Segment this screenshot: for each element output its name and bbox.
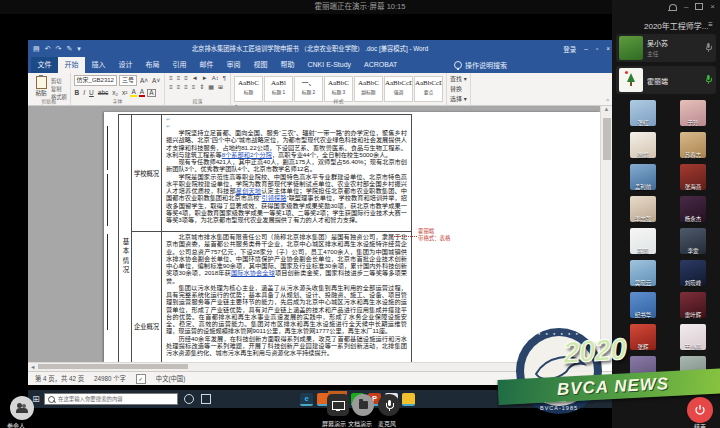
document-page[interactable]: 基本情况 学校概况 ↵ ↵ 学院坚持立足首都、面向全国、服务“三农”、辐射“一带… [104,112,600,362]
participant-tile[interactable]: 张海燕 [668,164,718,196]
shrink-font-button[interactable]: A˅ [151,77,161,84]
participant-tile[interactable]: 吴晓云 [618,260,668,292]
editing-button[interactable]: 替换 [450,84,467,93]
close-button[interactable]: × [606,45,610,52]
menu-icon[interactable]: ≡ [708,20,713,29]
font-format-button[interactable]: x₂ [111,89,119,96]
paragraph-button[interactable]: ≡ [176,75,182,81]
scrollbar-thumb[interactable] [38,364,188,369]
mic-active-icon[interactable] [705,75,711,84]
paragraph-button[interactable]: ≡ [191,84,197,90]
minimize-button[interactable]: – [584,45,588,52]
participant-tile[interactable]: 程周 [618,228,668,260]
participant-tile[interactable]: 徐娟 [618,132,668,164]
scrollbar-thumb[interactable] [603,118,611,160]
qat-dropdown-icon[interactable]: ▾ [77,45,81,53]
document-canvas[interactable]: 基本情况 学校概况 ↵ ↵ 学院坚持立足首都、面向全国、服务“三农”、辐射“一带… [28,106,600,362]
participant-tile[interactable]: 雷叶辉 [668,292,718,324]
participants-button[interactable] [10,396,34,420]
participant-tile[interactable]: 纪书华 [618,292,668,324]
screen-share-button[interactable] [327,394,349,416]
ribbon-tab[interactable]: 邮件 [193,57,220,73]
redo-icon[interactable]: ↷ [56,45,62,53]
participant-tile[interactable]: 李雯 [668,228,718,260]
paragraph-button[interactable]: ≡ [183,84,189,90]
paragraph-button[interactable]: ◄ [191,75,199,81]
paragraph-button[interactable]: ¶ [222,75,227,81]
ribbon-tab[interactable]: 布局 [139,57,166,73]
taskbar-app-icon[interactable] [402,393,415,406]
font-format-button[interactable]: U [88,89,95,96]
section-text[interactable]: 北京城市排水集团有限责任公司（简称北京排水集团）是国有独资公司，隶属于北京市国资… [162,232,411,362]
paragraph-button[interactable]: ► [201,75,209,81]
font-format-button[interactable]: A [139,88,145,97]
ribbon-tab[interactable]: 文件 [31,57,58,73]
close-panel-icon[interactable]: × [710,2,715,11]
participant-tile[interactable]: 王小燕 [668,324,718,356]
font-format-button[interactable]: B [74,89,81,96]
word-titlebar[interactable]: ▤ ↶ ↷ ✎ ▾ 北京排水集团排水工匠培训学院申报书 （北京农业职业学院） .… [28,40,612,57]
section-text[interactable]: ↵ ↵ 学院坚持立足首都、面向全国、服务“三农”、辐射“一带一路”的办学定位，聚… [162,115,411,231]
save-icon[interactable]: ▤ [33,45,40,53]
paragraph-button[interactable]: ▦ [207,83,215,90]
participant-tile[interactable]: 李志强 [618,196,668,228]
font-name-select[interactable]: 仿宋_GB2312 [74,75,117,86]
participant-tile[interactable]: 张红 [618,100,668,132]
font-format-button[interactable]: A [130,88,136,97]
tell-me-search[interactable]: 操作说明搜索 [454,57,507,73]
font-format-button[interactable]: I [82,89,86,96]
ribbon-tab[interactable]: 开始 [58,57,85,73]
participant-tile[interactable]: 吴小苏 主任 [616,34,716,62]
bell-icon[interactable] [669,4,677,11]
ribbon-tab[interactable]: 设计 [112,57,139,73]
participant-tile[interactable]: 孟利前 [618,164,668,196]
ribbon-tab[interactable]: 插入 [85,57,112,73]
font-size-select[interactable]: 三号 [119,75,137,86]
cortana-icon[interactable] [183,393,195,405]
paragraph-button[interactable]: ≡ [183,75,189,81]
clipboard-mini-button[interactable]: 复制 [51,85,67,92]
font-format-button[interactable]: A [147,89,155,97]
signin-button[interactable]: 登录 [563,44,576,54]
clipboard-mini-button[interactable]: 剪切 [51,77,67,84]
editing-button[interactable]: 选择 ▾ [450,94,467,103]
paragraph-button[interactable]: ≡ [168,84,174,90]
font-format-button[interactable]: x² [121,89,128,96]
paragraph-button[interactable]: ≡ [176,84,182,90]
ribbon-tab[interactable]: 引用 [166,57,193,73]
participant-tile[interactable]: 于玲 [668,100,718,132]
collapse-ribbon-icon[interactable]: ^ [606,98,609,104]
task-view-icon[interactable] [200,393,212,405]
language-indicator[interactable]: 中文(中国) [156,374,185,383]
ribbon-tab[interactable]: 视图 [247,57,274,73]
proofing-icon[interactable]: ✓ [136,374,146,384]
paragraph-button[interactable]: ⇕ [198,83,205,90]
participant-tile[interactable]: 杨永杰 [668,196,718,228]
page-indicator[interactable]: 第 4 页，共 42 页 [35,374,84,383]
vertical-scrollbar[interactable]: ▲ [600,106,612,362]
ribbon-tab[interactable]: 审阅 [220,57,247,73]
taskbar-search[interactable]: 在这里输入你要搜索的内容 [44,393,178,405]
maximize-button[interactable]: ▫ [596,45,598,52]
end-meeting-button[interactable] [687,397,713,423]
ribbon-tab[interactable]: 帮助 [274,57,301,73]
paragraph-button[interactable]: ≡ [168,75,174,81]
revision-balloon[interactable]: 霍丽端 带格式：表格 [418,228,450,241]
participant-tile-presenter[interactable]: 霍丽端 [616,66,716,94]
doc-share-button[interactable] [352,394,374,416]
undo-icon[interactable]: ↶ [45,45,51,53]
editing-button[interactable]: 查找 ▾ [450,74,467,83]
grow-font-button[interactable]: A˄ [139,77,149,84]
font-format-button[interactable]: abc [97,89,109,96]
participant-tile[interactable]: 苏春志 [668,132,718,164]
popout-icon[interactable] [695,3,703,10]
microphone-button[interactable] [378,394,400,416]
taskbar-app-icon[interactable]: e [300,393,313,406]
pen-icon[interactable]: ✎ [66,45,72,53]
minimize-panel-icon[interactable]: – [684,2,688,11]
paste-button[interactable]: 粘贴 [31,75,51,98]
paragraph-button[interactable]: A↕ [211,75,220,81]
ribbon-tab[interactable]: CNKI E-Study [301,57,358,73]
word-count[interactable]: 24980 个字 [94,374,126,383]
participant-tile[interactable]: 刘晓峰 [668,260,718,292]
